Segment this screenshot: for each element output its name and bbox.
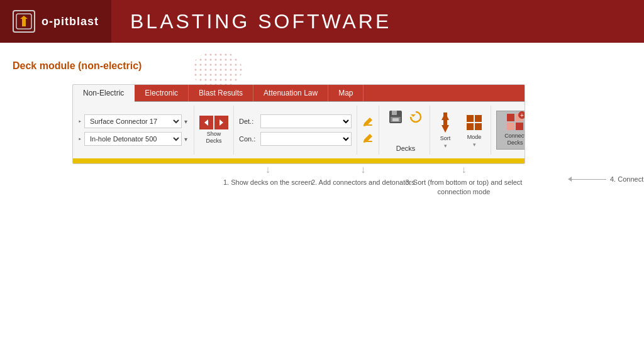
logo-text: o-pitblast — [42, 15, 99, 28]
svg-rect-22 — [475, 115, 482, 122]
edit-det-icon[interactable] — [361, 115, 375, 129]
annotation-1-arrow: ↓ — [265, 164, 270, 175]
svg-marker-1 — [20, 16, 28, 26]
tab-non-electric[interactable]: Non-Electric — [73, 85, 135, 102]
annotation-3-text: 3. Sort (from bottom or top) and select … — [402, 178, 525, 197]
header: o-pitblast BLASTING SOFTWARE — [0, 0, 644, 43]
show-decks-button[interactable]: ShowDecks — [199, 116, 228, 145]
svg-rect-14 — [392, 111, 397, 115]
reload-icon[interactable] — [407, 108, 425, 126]
connect-cell-3 — [507, 123, 514, 130]
dots-pattern — [189, 48, 245, 92]
annotation-3: ↓ 3. Sort (from bottom or top) and selec… — [402, 164, 525, 197]
sort-label: Sort — [440, 135, 451, 141]
tab-attenuation-law[interactable]: Attenuation Law — [253, 85, 328, 101]
annotation-4-line — [569, 179, 606, 180]
yellow-bar — [73, 158, 525, 163]
svg-marker-20 — [441, 112, 449, 120]
ribbon-tabs: Non-Electric Electronic Blast Results At… — [73, 85, 525, 102]
svg-rect-16 — [392, 118, 399, 121]
page-subtitle: Deck module (non-electric) — [13, 60, 631, 72]
arrow-right-btn[interactable] — [214, 116, 228, 129]
annotation-4-arrowhead — [568, 177, 572, 182]
annotation-3-arrow: ↓ — [462, 164, 467, 175]
mode-label: Mode — [467, 134, 482, 140]
con-dropdown[interactable] — [260, 132, 352, 146]
save-reload-row — [387, 108, 425, 126]
ribbon-section-connect-decks: + ConnectDecks — [491, 106, 525, 155]
ribbon-section-detcon: Det.: Con.: — [234, 106, 357, 155]
logo-icon — [15, 13, 33, 30]
tab-electronic[interactable]: Electronic — [135, 85, 189, 101]
surface-connector-row: ‣ Surface Connector 17 ▾ — [78, 114, 187, 128]
ribbon-container: Non-Electric Electronic Blast Results At… — [72, 84, 525, 164]
det-row: Det.: — [239, 114, 352, 128]
logo-box — [13, 10, 35, 33]
det-label: Det.: — [239, 118, 258, 125]
header-title: BLASTING SOFTWARE — [111, 10, 391, 33]
tab-map[interactable]: Map — [328, 85, 364, 101]
show-decks-arrows — [199, 116, 228, 129]
sort-icon — [436, 111, 454, 134]
connect-plus-icon: + — [518, 111, 525, 119]
main-content: Deck module (non-electric) Non-Electric … — [0, 43, 644, 231]
ribbon-section-show-decks: ShowDecks — [194, 106, 234, 155]
arrow-icon-2: ‣ — [78, 136, 82, 143]
sort-dropdown-arrow[interactable]: ▾ — [444, 143, 447, 149]
ribbon-section-dropdowns: ‣ Surface Connector 17 ▾ ‣ In-hole Deton… — [78, 106, 194, 155]
det-dropdown[interactable] — [260, 114, 352, 128]
annotation-2-text: 2. Add connectors and detonators — [311, 178, 415, 187]
mode-icon — [464, 112, 484, 133]
svg-point-4 — [192, 51, 242, 89]
svg-marker-6 — [219, 119, 223, 126]
inhole-detonator-dropdown[interactable]: In-hole Detonator 500 — [84, 132, 182, 146]
con-row: Con.: — [239, 132, 352, 146]
ribbon-section-save-decks: Decks — [382, 106, 430, 155]
show-decks-label: ShowDecks — [206, 131, 221, 145]
annotation-4-text: 4. Connect decks — [610, 175, 644, 183]
mode-button[interactable]: Mode ▾ — [460, 106, 488, 155]
annotation-1-text: 1. Show decks on the screen — [223, 178, 312, 187]
con-label: Con.: — [239, 135, 258, 143]
save-icon[interactable] — [387, 108, 404, 126]
edit-con-icon[interactable] — [361, 131, 375, 145]
surface-connector-dropdown[interactable]: Surface Connector 17 — [84, 114, 182, 128]
dropdown-arrow-2: ▾ — [184, 136, 187, 143]
connect-decks-button[interactable]: + ConnectDecks — [496, 111, 525, 150]
ribbon-body: ‣ Surface Connector 17 ▾ ‣ In-hole Deton… — [73, 102, 525, 158]
connect-decks-label: ConnectDecks — [504, 133, 525, 146]
svg-rect-23 — [467, 123, 474, 130]
ribbon-section-edit — [357, 106, 379, 155]
connect-cell-4 — [516, 123, 523, 130]
svg-marker-5 — [204, 119, 208, 126]
inhole-detonator-row: ‣ In-hole Detonator 500 ▾ — [78, 132, 187, 146]
svg-marker-17 — [411, 114, 416, 117]
connect-cell-1 — [507, 114, 514, 121]
mode-dropdown-arrow[interactable]: ▾ — [473, 141, 476, 148]
dropdown-arrow-1: ▾ — [184, 118, 187, 125]
annotation-1: ↓ 1. Show decks on the screen — [223, 164, 312, 187]
annotations-area: ↓ 1. Show decks on the screen ↓ 2. Add c… — [72, 164, 525, 221]
annotation-2: ↓ 2. Add connectors and detonators — [311, 164, 415, 187]
svg-rect-21 — [467, 115, 474, 122]
sort-button[interactable]: Sort ▾ — [433, 106, 458, 155]
annotation-4: 4. Connect decks — [569, 175, 644, 183]
svg-marker-19 — [441, 125, 449, 133]
annotation-2-arrow: ↓ — [360, 164, 365, 175]
svg-rect-24 — [475, 123, 482, 130]
logo-section: o-pitblast — [0, 0, 111, 43]
ribbon-section-sort-mode: Sort ▾ Mode ▾ — [430, 106, 491, 155]
arrow-icon-1: ‣ — [78, 118, 82, 125]
decks-label: Decks — [396, 145, 416, 152]
connect-grid-wrap: + — [507, 114, 523, 131]
arrow-left-btn[interactable] — [199, 116, 213, 129]
